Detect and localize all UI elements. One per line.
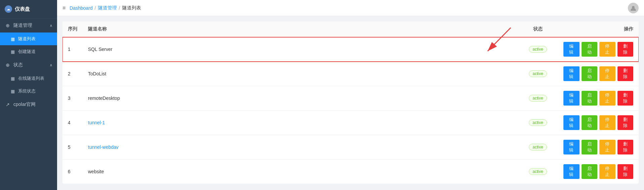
table-row: 2ToDoListactive编辑启动停止删除 [62,62,639,86]
cell-actions: 编辑启动停止删除 [558,111,639,135]
tunnel-table: 序列 隧道名称 状态 操作 1SQL Serveractive编辑启动停止删除2… [62,21,639,184]
grid-icon-3: ▦ [10,76,15,81]
start-button[interactable]: 启动 [582,140,598,154]
status-section-label: 状态 [13,62,23,68]
create-tunnel-label: 创建隧道 [18,49,36,55]
table-row: 5tunnel-webdavactive编辑启动停止删除 [62,135,639,160]
stop-button[interactable]: 停止 [599,42,615,57]
cell-name: SQL Server [83,37,518,62]
breadcrumb-sep-1: / [95,5,96,11]
status-badge: active [529,168,547,175]
delete-button[interactable]: 删除 [617,91,634,106]
sidebar-logo[interactable]: ☁ 仪表盘 [0,0,57,18]
cell-seq: 6 [62,160,83,184]
edit-button[interactable]: 编辑 [563,164,580,179]
avatar[interactable] [628,3,639,13]
plus-circle-icon-2: ⊕ [5,62,11,68]
delete-button[interactable]: 删除 [617,164,634,179]
start-button[interactable]: 启动 [582,115,598,130]
stop-button[interactable]: 停止 [599,140,615,154]
system-status-label: 系统状态 [18,88,36,94]
status-badge: active [529,95,547,102]
cell-name: website [83,160,518,184]
chevron-up-icon-2: ∧ [50,63,52,67]
breadcrumb-sep-2: / [119,5,120,11]
cell-seq: 1 [62,37,83,62]
stop-button[interactable]: 停止 [599,91,615,106]
sidebar-section-status[interactable]: ⊕ 状态 ∧ [0,58,57,72]
sidebar-item-cpolar[interactable]: ↗ cpolar官网 [0,98,57,112]
tunnel-name-link[interactable]: tunnel-1 [88,120,105,125]
sidebar-section-tunnel-mgmt[interactable]: ⊕ 隧道管理 ∧ [0,18,57,33]
cell-status: active [518,37,558,62]
cell-name: ToDoList [83,62,518,86]
delete-button[interactable]: 删除 [617,42,634,57]
cell-seq: 4 [62,111,83,135]
table-row: 6websiteactive编辑启动停止删除 [62,160,639,184]
stop-button[interactable]: 停止 [599,164,615,179]
external-link-icon: ↗ [5,102,11,108]
edit-button[interactable]: 编辑 [563,140,580,154]
cell-actions: 编辑启动停止删除 [558,135,639,160]
status-badge: active [529,119,547,126]
grid-icon-4: ▦ [10,88,15,94]
cell-seq: 5 [62,135,83,160]
status-badge: active [529,46,547,53]
sidebar-item-system-status[interactable]: ▦ 系统状态 [0,85,57,98]
edit-button[interactable]: 编辑 [563,66,580,81]
cell-seq: 3 [62,86,83,111]
menu-toggle-icon[interactable]: ≡ [62,5,65,11]
breadcrumb-dashboard[interactable]: Dashboard [70,5,93,11]
cell-actions: 编辑启动停止删除 [558,160,639,184]
online-tunnels-label: 在线隧道列表 [18,75,44,81]
action-buttons: 编辑启动停止删除 [563,66,633,81]
delete-button[interactable]: 删除 [617,140,634,154]
edit-button[interactable]: 编辑 [563,91,580,106]
sidebar-item-online-tunnels[interactable]: ▦ 在线隧道列表 [0,72,57,85]
cell-status: active [518,135,558,160]
action-buttons: 编辑启动停止删除 [563,140,633,154]
chevron-up-icon: ∧ [50,23,52,28]
main-area: ≡ Dashboard / 隧道管理 / 隧道列表 [57,0,644,190]
table-header-row: 序列 隧道名称 状态 操作 [62,21,639,37]
delete-button[interactable]: 删除 [617,66,634,81]
start-button[interactable]: 启动 [582,91,598,106]
sidebar-item-tunnel-list[interactable]: ▦ 隧道列表 [0,33,57,45]
table-row: 3remoteDesktopactive编辑启动停止删除 [62,86,639,111]
table-row: 4tunnel-1active编辑启动停止删除 [62,111,639,135]
action-buttons: 编辑启动停止删除 [563,42,633,57]
breadcrumb-tunnel-mgmt[interactable]: 隧道管理 [98,5,117,11]
start-button[interactable]: 启动 [582,164,598,179]
topbar-right [628,3,639,13]
logo-icon: ☁ [5,5,12,13]
cell-status: active [518,62,558,86]
tunnel-name-link[interactable]: tunnel-webdav [88,144,119,150]
edit-button[interactable]: 编辑 [563,42,580,57]
cell-seq: 2 [62,62,83,86]
edit-button[interactable]: 编辑 [563,115,580,130]
col-header-status: 状态 [518,21,558,37]
start-button[interactable]: 启动 [582,66,598,81]
status-badge: active [529,144,547,150]
delete-button[interactable]: 删除 [617,115,634,130]
stop-button[interactable]: 停止 [599,115,615,130]
topbar: ≡ Dashboard / 隧道管理 / 隧道列表 [57,0,644,16]
tunnel-table-card: 序列 隧道名称 状态 操作 1SQL Serveractive编辑启动停止删除2… [62,21,639,184]
breadcrumb-tunnel-list: 隧道列表 [122,5,141,11]
sidebar-logo-label: 仪表盘 [15,6,30,12]
sidebar-item-create-tunnel[interactable]: ▦ 创建隧道 [0,45,57,58]
content-wrapper: 序列 隧道名称 状态 操作 1SQL Serveractive编辑启动停止删除2… [62,21,639,184]
status-badge: active [529,70,547,77]
action-buttons: 编辑启动停止删除 [563,91,633,106]
start-button[interactable]: 启动 [582,42,598,57]
cpolar-label: cpolar官网 [13,102,36,108]
action-buttons: 编辑启动停止删除 [563,164,633,179]
stop-button[interactable]: 停止 [599,66,615,81]
cell-actions: 编辑启动停止删除 [558,62,639,86]
tunnel-list-label: 隧道列表 [18,36,36,42]
cell-name[interactable]: tunnel-webdav [83,135,518,160]
plus-circle-icon: ⊕ [5,22,11,28]
col-header-seq: 序列 [62,21,83,37]
col-header-actions: 操作 [558,21,639,37]
cell-name[interactable]: tunnel-1 [83,111,518,135]
